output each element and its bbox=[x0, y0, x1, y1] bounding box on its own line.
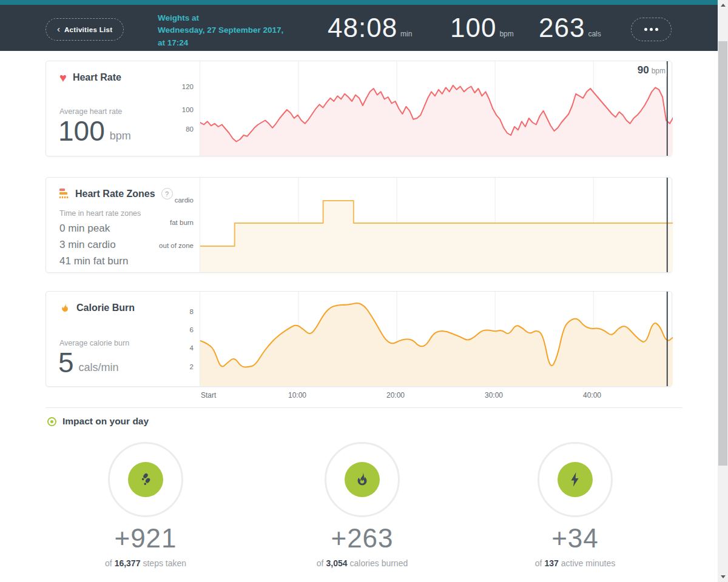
calories-subtext: of3,054calories burned bbox=[295, 558, 429, 568]
duration-stat: 48:08 min bbox=[328, 15, 412, 41]
impact-title: Impact on your day bbox=[62, 416, 149, 427]
ellipsis-icon bbox=[644, 28, 647, 31]
steps-badge bbox=[128, 462, 163, 497]
ytick-cardio: cardio bbox=[46, 196, 194, 204]
more-options-button[interactable] bbox=[631, 18, 672, 41]
activities-list-button[interactable]: ‹ Activities List bbox=[46, 18, 124, 41]
ytick-out-of-zone: out of zone bbox=[46, 242, 194, 249]
calories-circle bbox=[325, 442, 400, 517]
scroll-down-icon bbox=[721, 575, 726, 578]
heart-rate-cursor-tooltip: 90 bpm bbox=[636, 64, 667, 76]
scrollbar-thumb[interactable] bbox=[718, 41, 727, 466]
impact-calories: +263 of3,054calories burned bbox=[295, 442, 429, 568]
calorie-burn-chart[interactable] bbox=[200, 292, 673, 386]
ytick-6: 6 bbox=[46, 326, 194, 333]
activity-title-line1: Weights at bbox=[158, 12, 283, 24]
calories-value: 263 bbox=[539, 15, 585, 41]
avg-bpm-value: 100 bbox=[450, 15, 496, 41]
xtick-40: 40:00 bbox=[583, 391, 601, 400]
active-minutes-circle bbox=[538, 442, 613, 517]
steps-delta: +921 bbox=[79, 523, 212, 554]
flame-icon bbox=[354, 471, 371, 488]
steps-circle bbox=[108, 442, 183, 517]
vertical-scrollbar[interactable] bbox=[718, 0, 728, 582]
bolt-icon bbox=[567, 471, 584, 488]
xtick-20: 20:00 bbox=[386, 391, 405, 400]
calories-unit: cals bbox=[588, 30, 601, 38]
activity-header: ‹ Activities List Weights at Wednesday, … bbox=[0, 5, 718, 51]
xtick-start: Start bbox=[201, 391, 216, 400]
active-minutes-delta: +34 bbox=[508, 523, 642, 554]
heart-rate-yticks: 120 100 80 bbox=[46, 61, 194, 156]
zones-yticks: cardio fat burn out of zone bbox=[46, 178, 194, 272]
active-minutes-badge bbox=[558, 462, 593, 497]
calorie-burn-panel: Calorie Burn Average calorie burn 5 cals… bbox=[46, 291, 672, 387]
ytick-4: 4 bbox=[46, 344, 194, 352]
activity-title-line2: Wednesday, 27 September 2017, bbox=[158, 24, 283, 36]
activity-detail-page: ‹ Activities List Weights at Wednesday, … bbox=[0, 0, 728, 582]
avg-bpm-stat: 100 bpm bbox=[450, 15, 514, 41]
calorie-chart-area bbox=[200, 292, 673, 386]
target-icon bbox=[47, 417, 56, 426]
steps-total: 16,377 bbox=[115, 558, 141, 568]
zones-chart[interactable] bbox=[200, 178, 673, 272]
active-minutes-total: 137 bbox=[544, 558, 558, 568]
active-minutes-subtext: of137active minutes bbox=[508, 558, 642, 568]
duration-value: 48:08 bbox=[328, 15, 397, 41]
ytick-2: 2 bbox=[46, 363, 194, 370]
activity-title: Weights at Wednesday, 27 September 2017,… bbox=[158, 12, 283, 49]
xtick-10: 10:00 bbox=[288, 391, 306, 400]
calories-badge bbox=[345, 462, 380, 497]
ytick-100: 100 bbox=[46, 106, 194, 113]
scroll-down-button[interactable] bbox=[718, 572, 728, 582]
impact-active-minutes: +34 of137active minutes bbox=[508, 442, 642, 568]
xtick-30: 30:00 bbox=[485, 391, 503, 400]
top-accent-strip bbox=[0, 0, 718, 5]
calories-delta: +263 bbox=[295, 523, 429, 554]
activities-list-label: Activities List bbox=[64, 26, 112, 33]
section-divider bbox=[46, 407, 682, 408]
impact-header: Impact on your day bbox=[47, 416, 149, 427]
steps-subtext: of16,377steps taken bbox=[79, 558, 212, 568]
calorie-yticks: 8 6 4 2 bbox=[46, 292, 194, 386]
avg-bpm-unit: bpm bbox=[499, 30, 513, 38]
ytick-80: 80 bbox=[46, 125, 194, 133]
back-chevron-icon: ‹ bbox=[57, 24, 60, 33]
footprints-icon bbox=[136, 470, 155, 489]
ytick-8: 8 bbox=[46, 308, 194, 315]
activity-title-line3: at 17:24 bbox=[158, 37, 283, 49]
ytick-120: 120 bbox=[46, 83, 194, 90]
calories-total: 3,054 bbox=[326, 558, 347, 568]
duration-unit: min bbox=[400, 30, 412, 38]
ytick-fat-burn: fat burn bbox=[46, 219, 194, 226]
cursor-bpm-value: 90 bbox=[638, 64, 649, 76]
scroll-up-button[interactable] bbox=[718, 0, 728, 10]
impact-steps: +921 of16,377steps taken bbox=[79, 442, 212, 568]
zones-chart-area bbox=[200, 178, 673, 272]
scroll-up-icon bbox=[721, 4, 726, 7]
heart-rate-panel: ♥ Heart Rate Average heart rate 100 bpm … bbox=[46, 61, 672, 156]
heart-rate-chart[interactable] bbox=[200, 61, 673, 156]
time-axis: Start 10:00 20:00 30:00 40:00 bbox=[199, 391, 672, 401]
cursor-bpm-unit: bpm bbox=[652, 67, 666, 75]
heart-rate-chart-area: 90 bpm bbox=[200, 61, 673, 156]
heart-rate-zones-panel: Heart Rate Zones ? Time in heart rate zo… bbox=[46, 177, 672, 273]
calories-stat: 263 cals bbox=[539, 15, 601, 41]
